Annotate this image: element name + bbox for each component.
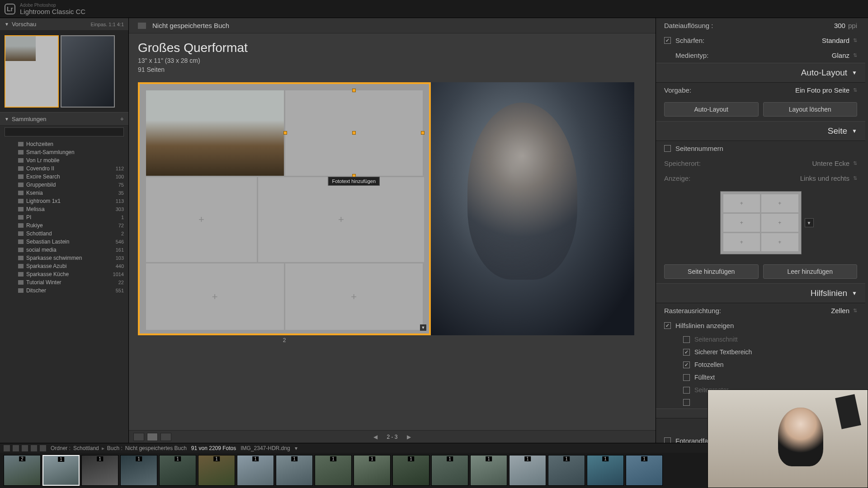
filmstrip-thumbnail[interactable]: 1	[587, 455, 624, 486]
collection-item[interactable]: Hochzeiten	[5, 140, 124, 148]
filmstrip-thumbnail[interactable]: 1	[198, 455, 235, 486]
collection-item[interactable]: Sparkasse schwimmen103	[5, 254, 124, 262]
page-section-header[interactable]: Seite ▼	[656, 121, 865, 141]
filmstrip-thumbnail[interactable]: 1	[81, 455, 118, 486]
page-numbers-checkbox[interactable]	[664, 145, 671, 152]
grid-align-row[interactable]: Rasterausrichtung: Zellen ⇅	[656, 303, 865, 318]
checkbox[interactable]	[683, 361, 690, 368]
page-layout-preview[interactable]: + + + + + + ▼	[720, 191, 802, 254]
filmstrip-thumbnail[interactable]: 2	[4, 455, 41, 486]
collection-item[interactable]: Sebastian Lastein546	[5, 238, 124, 246]
checkbox[interactable]	[683, 336, 690, 343]
collection-item[interactable]: PI1	[5, 213, 124, 221]
photo-cell-selected[interactable]: Fototext hinzufügen	[285, 90, 423, 176]
book-page-left[interactable]: Fototext hinzufügen + + + + ▼ 2	[138, 82, 431, 335]
filmstrip-thumbnail[interactable]: 1	[120, 455, 157, 486]
add-collection-button[interactable]: +	[120, 115, 124, 122]
page-numbers-row[interactable]: Seitennummern	[656, 141, 865, 156]
filmstrip-thumbnail[interactable]: 1	[626, 455, 663, 486]
checkbox[interactable]	[683, 374, 690, 381]
guide-bleed-row[interactable]: Seitenanschnitt	[656, 333, 865, 346]
page-photo[interactable]	[431, 82, 634, 335]
photo-border-checkbox[interactable]	[664, 437, 671, 443]
people-icon[interactable]	[40, 445, 46, 451]
chevron-updown-icon[interactable]: ⇅	[853, 52, 857, 58]
chevron-updown-icon[interactable]: ⇅	[853, 38, 857, 43]
photo-cell[interactable]	[146, 90, 284, 176]
collections-panel-header[interactable]: ▼ Sammlungen +	[0, 112, 128, 126]
preset-row[interactable]: Vorgabe: Ein Foto pro Seite ⇅	[656, 83, 865, 98]
view-grid-button[interactable]	[133, 433, 144, 441]
filmstrip-thumbnail[interactable]: 1	[276, 455, 313, 486]
guide-textsafe-row[interactable]: Sicherer Textbereich	[656, 346, 865, 358]
collection-item[interactable]: Lightroom 1x1113	[5, 197, 124, 205]
chevron-updown-icon[interactable]: ⇅	[853, 308, 857, 314]
collection-item[interactable]: Rukiye72	[5, 221, 124, 230]
guide-filler-row[interactable]: Fülltext	[656, 371, 865, 384]
photo-cell[interactable]: +	[146, 177, 257, 263]
collection-item[interactable]: Sparkasse Küche1014	[5, 270, 124, 278]
checkbox[interactable]	[683, 387, 690, 394]
book-page-right[interactable]: 3	[431, 82, 634, 335]
collection-item[interactable]: Melissa303	[5, 205, 124, 213]
checkbox[interactable]	[683, 349, 690, 356]
photo-cell[interactable]: +	[285, 263, 423, 330]
chevron-updown-icon[interactable]: ⇅	[853, 87, 857, 93]
preview-page-right[interactable]	[61, 35, 115, 108]
guides-section-header[interactable]: Hilfslinien ▼	[656, 283, 865, 303]
grid-icon[interactable]	[13, 445, 19, 451]
filmstrip-thumbnail[interactable]: 1	[315, 455, 352, 486]
preview-panel-header[interactable]: ▼ Vorschau Einpas. 1:1 4:1	[0, 18, 128, 31]
filmstrip-thumbnail[interactable]: 1	[470, 455, 507, 486]
collection-item[interactable]: Von Lr mobile	[5, 156, 124, 164]
next-page-button[interactable]: ▶	[407, 434, 411, 440]
collection-item[interactable]: Covendro II112	[5, 164, 124, 173]
auto-layout-button[interactable]: Auto-Layout	[664, 102, 759, 117]
page-layout-dropdown[interactable]: ▼	[420, 324, 426, 331]
collection-item[interactable]: Sparkasse Azubi440	[5, 262, 124, 270]
sharpen-checkbox[interactable]	[664, 37, 671, 44]
collections-search-input[interactable]	[5, 127, 124, 136]
filmstrip-thumbnail[interactable]: 1	[159, 455, 196, 486]
checkbox[interactable]	[683, 399, 690, 406]
filmstrip-thumbnail[interactable]: 1	[392, 455, 429, 486]
collection-item[interactable]: Tutorial Winter22	[5, 278, 124, 286]
filmstrip-breadcrumb[interactable]: Ordner : Schottland ▸ Buch : Nicht gespe…	[51, 445, 187, 451]
filmstrip-thumbnail[interactable]: 1	[548, 455, 585, 486]
survey-icon[interactable]	[31, 445, 37, 451]
show-guides-row[interactable]: Hilfslinien anzeigen	[656, 318, 865, 333]
media-row[interactable]: Medientyp: Glanz ⇅	[656, 48, 865, 63]
photo-cell[interactable]: +	[258, 177, 424, 263]
add-blank-button[interactable]: Leer hinzufügen	[763, 264, 858, 279]
prev-page-button[interactable]: ◀	[373, 434, 377, 440]
filmstrip-thumbnail[interactable]: 1	[42, 455, 80, 486]
spread-area[interactable]: Fototext hinzufügen + + + + ▼ 2 3	[129, 78, 656, 430]
collection-item[interactable]: Schottland2	[5, 230, 124, 238]
folder-icon	[18, 248, 24, 252]
collection-item[interactable]: social media161	[5, 246, 124, 254]
collection-item[interactable]: Smart-Sammlungen	[5, 148, 124, 156]
collection-item[interactable]: Ksenia35	[5, 189, 124, 197]
auto-layout-section-header[interactable]: Auto-Layout ▼	[656, 63, 865, 83]
photo-cell[interactable]: +	[146, 263, 284, 330]
preview-page-left[interactable]	[5, 35, 59, 108]
clear-layout-button[interactable]: Layout löschen	[763, 102, 858, 117]
collection-item[interactable]: Excire Search100	[5, 173, 124, 181]
sharpen-row[interactable]: Schärfen: Standard ⇅	[656, 33, 865, 48]
second-monitor-icon[interactable]	[4, 445, 10, 451]
filmstrip-thumbnail[interactable]: 1	[431, 455, 468, 486]
collection-item[interactable]: Ditscher551	[5, 286, 124, 295]
usage-badge: 1	[524, 456, 531, 461]
filmstrip-thumbnail[interactable]: 1	[237, 455, 274, 486]
view-single-button[interactable]	[160, 433, 171, 441]
view-spread-button[interactable]	[147, 433, 158, 441]
layout-dropdown-button[interactable]: ▼	[805, 218, 814, 227]
compare-icon[interactable]	[22, 445, 28, 451]
filmstrip-thumbnail[interactable]: 1	[509, 455, 546, 486]
filmstrip-thumbnail[interactable]: 1	[354, 455, 391, 486]
add-page-button[interactable]: Seite hinzufügen	[664, 264, 759, 279]
preview-zoom-meta[interactable]: Einpas. 1:1 4:1	[91, 22, 124, 27]
show-guides-checkbox[interactable]	[664, 322, 671, 329]
collection-item[interactable]: Gruppenbild75	[5, 181, 124, 189]
guide-cells-row[interactable]: Fotozellen	[656, 358, 865, 371]
